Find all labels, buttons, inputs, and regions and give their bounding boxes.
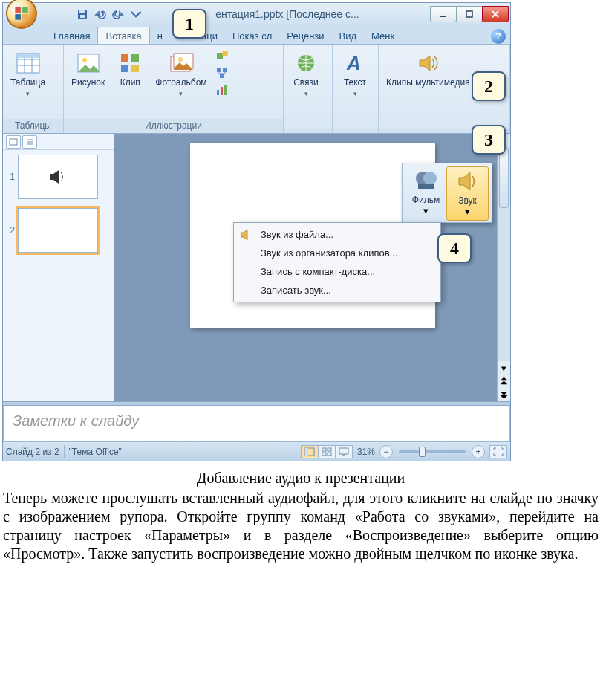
slides-icon bbox=[9, 138, 18, 146]
close-button[interactable] bbox=[482, 6, 509, 22]
text-icon: A bbox=[344, 52, 366, 74]
group-illustrations: Рисунок Клип Фотоальбом ▾ Иллюстрации bbox=[64, 45, 284, 133]
links-label: Связи bbox=[293, 78, 319, 88]
menu-sound-from-file[interactable]: Звук из файла... bbox=[235, 225, 439, 244]
chart-button[interactable] bbox=[215, 82, 229, 97]
media-clips-button[interactable]: Клипы мультимедиа bbox=[383, 48, 473, 90]
menu-sound-from-organizer[interactable]: Звук из организатора клипов... bbox=[235, 244, 439, 262]
tab-design[interactable]: н bbox=[150, 27, 170, 44]
chevron-down-icon: ▾ bbox=[423, 205, 429, 216]
sound-button[interactable]: Звук ▾ bbox=[446, 166, 489, 221]
menu-label: Звук из организатора клипов... bbox=[261, 247, 397, 259]
tab-slideshow[interactable]: Показ сл bbox=[225, 27, 279, 44]
text-button[interactable]: A Текст ▾ bbox=[337, 48, 373, 99]
scroll-down-button[interactable]: ▾ bbox=[498, 361, 510, 375]
clip-button[interactable]: Клип bbox=[112, 48, 148, 90]
svg-rect-22 bbox=[217, 90, 219, 95]
document-text: Добавление аудио к презентации Теперь мо… bbox=[0, 461, 602, 571]
thumb-row-1[interactable]: 1 bbox=[3, 150, 114, 204]
sorter-view-button[interactable] bbox=[318, 445, 336, 458]
clip-label: Клип bbox=[120, 78, 140, 88]
tab-insert[interactable]: Вставка bbox=[97, 27, 149, 44]
chevron-down-icon bbox=[130, 8, 142, 20]
slideshow-view-button[interactable] bbox=[335, 445, 353, 458]
picture-button[interactable]: Рисунок bbox=[68, 48, 108, 90]
group-links-label bbox=[284, 129, 332, 133]
table-icon bbox=[16, 51, 41, 76]
svg-text:A: A bbox=[346, 52, 361, 74]
svg-rect-5 bbox=[466, 11, 472, 17]
zoom-in-button[interactable]: + bbox=[472, 445, 485, 458]
view-buttons bbox=[302, 445, 353, 458]
sound-label: Звук bbox=[458, 195, 477, 206]
powerpoint-window: ентация1.pptx [Последнее с... Главная Вс… bbox=[2, 2, 511, 461]
notes-pane[interactable]: Заметки к слайду bbox=[3, 406, 510, 441]
panel-view-switch bbox=[3, 134, 114, 150]
outline-view-tab[interactable] bbox=[22, 135, 37, 149]
quick-access-toolbar bbox=[74, 6, 144, 22]
qat-dropdown[interactable] bbox=[128, 6, 144, 22]
save-button[interactable] bbox=[74, 6, 91, 22]
prev-slide-button[interactable]: ⯭ bbox=[498, 375, 510, 388]
film-button[interactable]: Фильм ▾ bbox=[405, 166, 446, 221]
office-button[interactable] bbox=[6, 0, 37, 29]
next-slide-button[interactable]: ⯯ bbox=[498, 388, 510, 401]
slides-view-tab[interactable] bbox=[6, 135, 21, 149]
svg-point-9 bbox=[82, 58, 87, 62]
zoom-handle[interactable] bbox=[419, 447, 426, 457]
slide-thumb[interactable] bbox=[18, 155, 98, 199]
redo-button[interactable] bbox=[110, 6, 126, 22]
scroll-thumb[interactable] bbox=[499, 149, 509, 208]
fit-to-window-button[interactable] bbox=[489, 445, 507, 458]
smartart-button[interactable] bbox=[215, 65, 229, 80]
thumb-row-2[interactable]: 2 bbox=[3, 204, 114, 257]
svg-rect-27 bbox=[10, 139, 17, 145]
minimize-button[interactable] bbox=[430, 6, 457, 22]
svg-point-18 bbox=[222, 51, 228, 56]
photoalbum-label: Фотоальбом bbox=[155, 78, 206, 88]
photoalbum-button[interactable]: Фотоальбом ▾ bbox=[152, 48, 209, 99]
menu-record-from-cd[interactable]: Запись с компакт-диска... bbox=[235, 262, 439, 281]
svg-rect-21 bbox=[220, 74, 224, 78]
clip-icon bbox=[117, 51, 143, 76]
chart-icon bbox=[215, 83, 229, 97]
window-controls bbox=[431, 6, 509, 22]
tab-review[interactable]: Рецензи bbox=[279, 27, 331, 44]
undo-icon bbox=[94, 8, 106, 20]
menu-label: Записать звук... bbox=[261, 285, 331, 296]
status-bar: Слайд 2 из 2 "Тема Office" 31% − + bbox=[3, 441, 510, 461]
svg-rect-19 bbox=[217, 68, 221, 72]
tab-home[interactable]: Главная bbox=[46, 27, 97, 44]
slide-thumb[interactable] bbox=[18, 208, 98, 253]
help-button[interactable]: ? bbox=[491, 29, 506, 44]
ribbon-tabs: Главная Вставка н Анимаци Показ сл Рецен… bbox=[3, 25, 510, 45]
callout-4: 4 bbox=[437, 233, 472, 263]
maximize-button[interactable] bbox=[456, 6, 483, 22]
table-label: Таблица bbox=[10, 78, 45, 88]
svg-rect-12 bbox=[121, 65, 128, 72]
minimize-icon bbox=[439, 10, 448, 18]
sound-dropdown-menu: Звук из файла... Звук из организатора кл… bbox=[233, 222, 441, 302]
chevron-down-icon: ▾ bbox=[179, 90, 183, 97]
svg-rect-4 bbox=[440, 16, 446, 17]
vertical-scrollbar[interactable]: ▴ ▾ ⯭ ⯯ bbox=[497, 134, 510, 401]
chevron-down-icon: ▾ bbox=[304, 90, 308, 97]
menu-record-sound[interactable]: Записать звук... bbox=[235, 281, 439, 299]
shapes-button[interactable] bbox=[215, 48, 229, 63]
slideshow-view-icon bbox=[339, 447, 349, 456]
zoom-out-button[interactable]: − bbox=[379, 445, 393, 458]
normal-view-button[interactable] bbox=[301, 445, 319, 458]
svg-rect-20 bbox=[223, 68, 227, 72]
media-label: Клипы мультимедиа bbox=[386, 78, 470, 88]
tab-view[interactable]: Вид bbox=[332, 27, 365, 44]
zoom-slider[interactable] bbox=[399, 450, 466, 453]
links-button[interactable]: Связи ▾ bbox=[288, 48, 324, 99]
thumb-num: 2 bbox=[6, 225, 15, 236]
tab-menu[interactable]: Менк bbox=[364, 27, 402, 44]
table-button[interactable]: Таблица ▾ bbox=[7, 48, 48, 99]
svg-rect-10 bbox=[121, 54, 128, 62]
speaker-small-icon bbox=[240, 228, 253, 242]
close-icon bbox=[491, 10, 500, 18]
picture-label: Рисунок bbox=[71, 78, 105, 88]
undo-button[interactable] bbox=[92, 6, 108, 22]
